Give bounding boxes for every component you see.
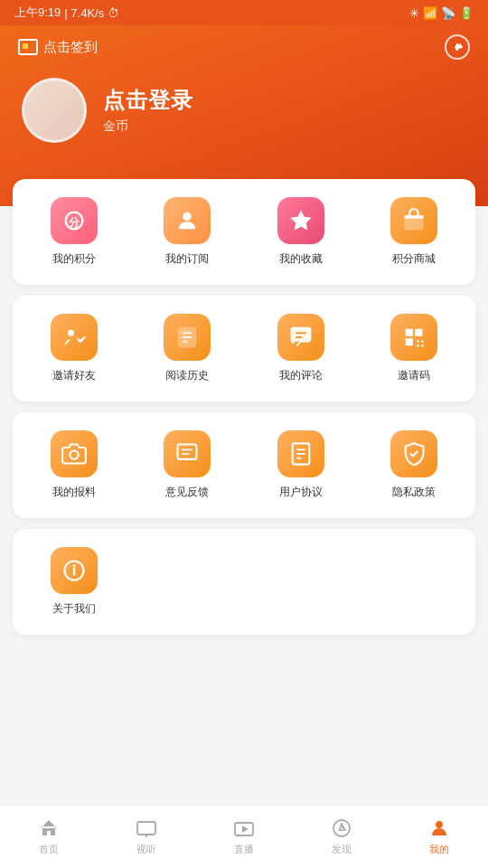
agreement-icon-box (277, 430, 324, 477)
status-bar: 上午9:19 | 7.4K/s ⏱ ✳ 📶 📡 🔋 (0, 0, 488, 25)
points-icon: 分 (61, 208, 87, 233)
report-label: 我的报料 (52, 485, 96, 500)
invite-icon (61, 325, 87, 350)
bluetooth-icon: ✳ (409, 6, 419, 20)
live-icon (233, 817, 255, 839)
invite-icon-box (51, 314, 98, 361)
menu-card-2: 我的报料 意见反馈 (13, 412, 475, 518)
feedback-icon-box (164, 430, 211, 477)
nav-item-live[interactable]: 直播 (195, 806, 293, 868)
privacy-icon-box (390, 430, 437, 477)
menu-item-about[interactable]: 关于我们 (22, 547, 127, 617)
menu-card-1: 邀请好友 阅读历史 (13, 296, 475, 401)
menu-grid-3: 关于我们 (22, 547, 466, 617)
shop-icon (401, 208, 427, 233)
svg-point-2 (183, 212, 192, 221)
menu-item-report[interactable]: 我的报料 (22, 430, 127, 500)
discover-icon (331, 817, 352, 839)
invcode-icon (401, 325, 427, 350)
svg-point-34 (436, 821, 443, 828)
nav-item-home[interactable]: 首页 (0, 806, 98, 868)
report-icon-box (51, 430, 98, 477)
menu-item-comment[interactable]: 我的评论 (249, 314, 353, 383)
shield-icon (401, 441, 427, 467)
profile-area[interactable]: 点击登录 金币 (0, 69, 488, 161)
camera-icon (61, 441, 87, 467)
svg-point-26 (72, 564, 75, 567)
menu-item-history[interactable]: 阅读历史 (136, 314, 240, 383)
collect-label: 我的收藏 (279, 251, 323, 267)
svg-text:分: 分 (68, 216, 80, 228)
about-label: 关于我们 (52, 601, 96, 617)
menu-item-points[interactable]: 分 我的积分 (22, 197, 127, 267)
nav-label-mine: 我的 (429, 843, 449, 856)
menu-item-shop[interactable]: 积分商城 (362, 197, 467, 267)
top-bar: 点击签到 (0, 25, 488, 69)
status-network: | 7.4K/s (64, 6, 104, 20)
login-text: 点击登录 (103, 86, 193, 115)
svg-rect-12 (418, 341, 419, 343)
svg-rect-17 (178, 445, 197, 459)
menu-item-privacy[interactable]: 隐私政策 (362, 430, 467, 500)
svg-rect-13 (421, 341, 423, 343)
svg-rect-9 (291, 328, 310, 342)
comment-icon (288, 325, 314, 350)
menu-item-invcode[interactable]: 邀请码 (362, 314, 467, 383)
menu-item-invite[interactable]: 邀请好友 (22, 314, 127, 383)
nav-item-mine[interactable]: 我的 (390, 806, 488, 868)
subscribe-label: 我的订阅 (165, 251, 209, 267)
nav-item-tv[interactable]: 视听 (98, 806, 195, 868)
points-label: 我的积分 (52, 251, 96, 267)
svg-marker-31 (242, 826, 249, 833)
svg-point-4 (68, 330, 74, 336)
checkin-label: 点击签到 (43, 39, 98, 56)
collect-icon-box (277, 197, 324, 244)
invcode-label: 邀请码 (398, 368, 430, 383)
home-icon (38, 817, 60, 839)
battery-icon: 🔋 (459, 6, 474, 20)
cards-container: 分 我的积分 我的订阅 (0, 179, 488, 635)
wifi-icon: 📡 (441, 6, 455, 20)
menu-item-feedback[interactable]: 意见反馈 (136, 430, 240, 500)
nav-label-tv: 视听 (136, 843, 156, 856)
svg-point-16 (70, 451, 78, 459)
shop-icon-box (390, 197, 437, 244)
svg-rect-27 (137, 822, 155, 835)
history-icon (174, 325, 200, 350)
nav-label-live: 直播 (234, 843, 254, 856)
menu-grid-1: 邀请好友 阅读历史 (22, 314, 466, 383)
nav-label-home: 首页 (39, 843, 59, 856)
settings-button[interactable] (445, 34, 470, 60)
checkin-button[interactable]: 点击签到 (18, 39, 98, 56)
comment-icon-box (277, 314, 324, 361)
menu-item-subscribe[interactable]: 我的订阅 (136, 197, 240, 267)
status-time: 上午9:19 (14, 5, 61, 21)
agreement-icon (288, 441, 314, 467)
avatar (22, 78, 87, 143)
feedback-icon (174, 441, 200, 467)
menu-grid-2: 我的报料 意见反馈 (22, 430, 466, 500)
nav-item-discover[interactable]: 发现 (293, 806, 390, 868)
shop-label: 积分商城 (392, 251, 436, 267)
menu-item-collect[interactable]: 我的收藏 (249, 197, 353, 267)
menu-item-agreement[interactable]: 用户协议 (249, 430, 353, 500)
quick-access-card: 分 我的积分 我的订阅 (13, 179, 475, 285)
about-icon-box (51, 547, 98, 594)
subscribe-icon-box (164, 197, 211, 244)
privacy-label: 隐私政策 (392, 485, 436, 500)
status-left: 上午9:19 | 7.4K/s ⏱ (14, 5, 119, 21)
history-icon: ⏱ (108, 6, 119, 20)
comment-label: 我的评论 (279, 368, 323, 383)
points-icon-box: 分 (51, 197, 98, 244)
svg-rect-14 (418, 344, 419, 346)
mine-icon (428, 817, 450, 839)
info-icon (61, 558, 87, 583)
tv-icon (136, 817, 157, 839)
quick-grid: 分 我的积分 我的订阅 (22, 197, 466, 267)
nav-label-discover: 发现 (332, 843, 352, 856)
agreement-label: 用户协议 (279, 485, 323, 500)
gear-icon (450, 40, 465, 54)
invcode-icon-box (390, 314, 437, 361)
history-label: 阅读历史 (165, 368, 209, 383)
subscribe-icon (174, 208, 200, 233)
